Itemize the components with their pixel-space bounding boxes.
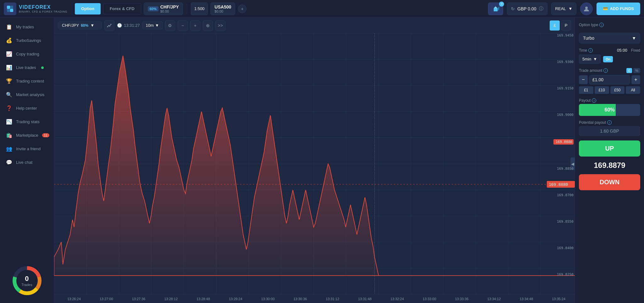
option-type-info[interactable]: i	[599, 23, 604, 27]
sidebar-item-marketplace[interactable]: 🛍️ Marketplace 11	[0, 129, 54, 142]
pair-pct: 60%	[81, 23, 88, 28]
live-chat-icon: 💬	[6, 159, 12, 165]
time-label-8: 13:31:12	[316, 297, 349, 301]
sidebar-item-invite[interactable]: 👥 Invite a friend	[0, 142, 54, 156]
asset1-info: CHF/JPY $0.00	[160, 4, 179, 13]
timeframe-value: 10m	[146, 23, 154, 28]
pct-toggle[interactable]: %	[633, 68, 640, 73]
trades-donut: 0 Trades	[10, 263, 44, 298]
cube-button[interactable]: ?	[488, 3, 503, 15]
balance-button[interactable]: ↻ GBP 0.00 ⓘ	[507, 3, 547, 15]
sidebar-item-copy-trading[interactable]: 📈 Copy trading	[0, 47, 54, 61]
option-type-select[interactable]: Turbo ▼	[579, 33, 640, 43]
indicators-btn[interactable]	[104, 20, 114, 31]
view-p-btn[interactable]: P	[561, 20, 571, 31]
time-labels: 13:26:24 13:27:00 13:27:36 13:28:12 13:2…	[58, 297, 575, 301]
sidebar-item-turbo-savings[interactable]: 💰 TurboSavings	[0, 34, 54, 47]
trade-amount-section: Trade amount i £ % − £1.00 + £1 £10 £50 …	[579, 68, 640, 94]
time-label-11: 13:33:00	[413, 297, 446, 301]
time-axis: 13:26:24 13:27:00 13:27:36 13:28:12 13:2…	[54, 294, 575, 303]
time-label-3: 13:28:12	[155, 297, 187, 301]
trade-amount-info[interactable]: i	[603, 68, 608, 73]
time-display: 🕐 13:31:27	[117, 23, 140, 28]
my-trades-icon: 📋	[6, 24, 12, 30]
expand-btn[interactable]: >>	[215, 20, 225, 31]
add-funds-button[interactable]: 💳 ADD FUNDS	[597, 3, 640, 15]
zoom-in-btn[interactable]: +	[190, 20, 200, 31]
asset1-selector[interactable]: 60% CHF/JPY $0.00	[144, 3, 183, 15]
chart-toolbar-right: £ P	[550, 20, 571, 31]
trading-contest-label: Trading contest	[16, 79, 44, 83]
turbo-savings-icon: 💰	[6, 37, 12, 43]
forex-tab[interactable]: Forex & CFD	[103, 3, 141, 14]
chart-collapse-tab[interactable]: ◀	[570, 157, 575, 170]
quick-1-btn[interactable]: £1	[579, 86, 593, 94]
sidebar-item-market-analysis[interactable]: 🔍 Market analysis	[0, 88, 54, 101]
trade-amount-label: Trade amount	[579, 68, 602, 73]
trading-stats-icon: 📉	[6, 119, 12, 125]
live-trades-icon: 📊	[6, 65, 12, 71]
payout-title: Payout i	[579, 98, 640, 103]
toggle-on-btn[interactable]: On	[603, 56, 613, 62]
option-tab[interactable]: Option	[75, 3, 101, 14]
add-asset-button[interactable]: +	[238, 4, 247, 13]
quick-50-btn[interactable]: £50	[610, 86, 625, 94]
quick-all-btn[interactable]: All	[626, 86, 640, 94]
sidebar-item-trading-stats[interactable]: 📉 Trading stats	[0, 115, 54, 129]
invite-label: Invite a friend	[16, 146, 41, 151]
amount-increase-btn[interactable]: +	[631, 75, 640, 84]
time-section-title: Time i 05:00 Fixed	[579, 48, 640, 53]
view-gbp-btn[interactable]: £	[550, 20, 560, 31]
potential-value: 1.60 GBP	[579, 126, 640, 136]
sidebar-item-my-trades[interactable]: 📋 My trades	[0, 20, 54, 34]
pair-selector[interactable]: CHF/JPY 60% ▼	[58, 21, 102, 29]
time-label-12: 13:33:36	[446, 297, 478, 301]
chart-toolbar: CHF/JPY 60% ▼ 🕐 13:31:27 10m ▼	[54, 18, 575, 33]
svg-point-15	[109, 26, 110, 26]
timeframe-selector[interactable]: 10m ▼	[142, 21, 163, 29]
trade-amount-title: Trade amount i £ %	[579, 68, 640, 73]
clock-icon: 🕐	[117, 23, 122, 28]
currency-toggle[interactable]: £	[626, 68, 632, 73]
payout-label: Payout	[579, 98, 591, 103]
logo: VIDEFOREX BINARY, CFD & FOREX TRADING	[4, 3, 67, 15]
sidebar-item-live-chat[interactable]: 💬 Live chat	[0, 156, 54, 169]
logo-sub: BINARY, CFD & FOREX TRADING	[19, 10, 67, 13]
sidebar: 📋 My trades 💰 TurboSavings 📈 Copy tradin…	[0, 18, 54, 303]
zoom-out-btn[interactable]: −	[178, 20, 188, 31]
sidebar-item-live-trades[interactable]: 📊 Live trades	[0, 61, 54, 74]
up-button[interactable]: UP	[579, 140, 640, 157]
profile-button[interactable]	[580, 3, 593, 15]
timeframe-select-btn[interactable]: 5min ▼	[579, 54, 601, 64]
live-dot	[41, 66, 44, 69]
amount-decrease-btn[interactable]: −	[579, 75, 588, 84]
crosshair-btn[interactable]: ⊕	[203, 20, 213, 31]
asset2-selector[interactable]: USA500 $0.00	[210, 3, 235, 15]
option-type-value: Turbo	[583, 36, 594, 41]
time-info[interactable]: i	[588, 48, 593, 53]
current-time: 13:31:27	[124, 23, 140, 28]
multiplier-btn[interactable]: 1:500	[191, 3, 208, 15]
account-type-select[interactable]: REAL ▼	[551, 3, 577, 15]
copy-trading-label: Copy trading	[16, 52, 39, 56]
time-label-10: 13:32:24	[381, 297, 414, 301]
sidebar-item-help-center[interactable]: ❓ Help center	[0, 101, 54, 115]
chart-canvas: 169.8880 ◀	[54, 33, 575, 294]
svg-marker-5	[494, 6, 497, 8]
logo-text: VIDEFOREX BINARY, CFD & FOREX TRADING	[19, 4, 67, 13]
svg-rect-3	[10, 9, 13, 12]
asset1-price: $0.00	[160, 9, 179, 13]
potential-label: Potential payout	[579, 120, 606, 125]
payout-info[interactable]: i	[592, 98, 596, 103]
svg-point-14	[108, 25, 109, 26]
time-label-1: 13:27:00	[90, 297, 123, 301]
add-funds-label: ADD FUNDS	[610, 6, 634, 11]
settings-btn[interactable]: ⚙	[165, 20, 175, 31]
turbo-savings-label: TurboSavings	[16, 38, 41, 43]
quick-10-btn[interactable]: £10	[595, 86, 609, 94]
svg-rect-0	[7, 6, 10, 9]
help-center-label: Help center	[16, 106, 37, 111]
down-button[interactable]: DOWN	[579, 174, 640, 190]
potential-info[interactable]: i	[607, 120, 612, 125]
sidebar-item-trading-contest[interactable]: 🏆 Trading contest	[0, 74, 54, 88]
